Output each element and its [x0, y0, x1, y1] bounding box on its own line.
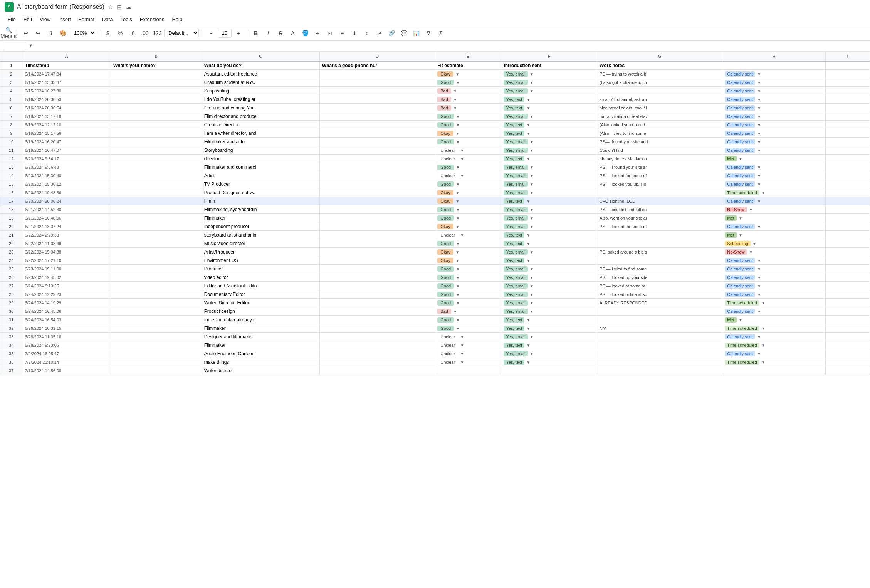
cell-notes[interactable] [597, 231, 722, 239]
chart-btn[interactable]: 📊 [411, 28, 422, 39]
cell-name[interactable] [111, 349, 202, 358]
cell-status[interactable]: Time scheduled ▼ [722, 299, 826, 307]
cell-intro[interactable]: Yes, text ▼ [501, 129, 597, 138]
cell-intro[interactable]: Yes, email ▼ [501, 299, 597, 307]
cell-name[interactable] [111, 290, 202, 299]
cell-timestamp[interactable]: 6/19/2024 16:20:47 [22, 138, 111, 146]
cell-phone[interactable] [319, 239, 435, 248]
cell-name[interactable] [111, 95, 202, 104]
cell-timestamp[interactable]: 6/23/2024 19:11:00 [22, 265, 111, 273]
cell-status[interactable]: Calendly sent ▼ [722, 282, 826, 290]
cell-intro[interactable]: Yes, text ▼ [501, 95, 597, 104]
cell-role[interactable]: video editor [202, 273, 319, 282]
cell-status[interactable]: Time scheduled ▼ [722, 324, 826, 333]
cell-status[interactable]: Time scheduled ▼ [722, 358, 826, 366]
cell-timestamp[interactable]: 6/19/2024 16:47:07 [22, 146, 111, 155]
cell-role[interactable]: Filmmaker [202, 324, 319, 333]
table-row[interactable]: 8 6/19/2024 12:12:10 Creative Director G… [0, 121, 870, 129]
cell-name[interactable] [111, 197, 202, 205]
cell-fit[interactable]: Unclear ▼ [435, 171, 501, 180]
cell-notes[interactable]: already done / Maldacion [597, 155, 722, 163]
cell-fit[interactable]: Bad ▼ [435, 87, 501, 95]
cell-timestamp[interactable]: 6/20/2024 9:56:48 [22, 163, 111, 171]
cell-status[interactable]: Calendly sent ▼ [722, 307, 826, 316]
cell-notes[interactable] [597, 87, 722, 95]
cell-role[interactable]: Filmmaker [202, 341, 319, 349]
valign-btn[interactable]: ⬍ [349, 28, 360, 39]
cell-i[interactable] [826, 299, 870, 307]
cell-fit[interactable]: Bad ▼ [435, 307, 501, 316]
menu-extensions[interactable]: Extensions [137, 15, 168, 24]
cell-fit[interactable]: Okay ▼ [435, 197, 501, 205]
cell-timestamp[interactable]: 6/24/2024 16:45:06 [22, 307, 111, 316]
cell-fit[interactable]: Unclear ▼ [435, 333, 501, 341]
cell-i[interactable] [826, 231, 870, 239]
cell-notes[interactable] [597, 341, 722, 349]
cell-notes[interactable]: PS — looked you up, I lo [597, 180, 722, 188]
header-intro[interactable]: Introduction sent [501, 61, 597, 70]
cell-role[interactable]: Assistant editor, freelance [202, 70, 319, 78]
col-header-g[interactable]: G [597, 52, 722, 61]
text-rotate-btn[interactable]: ↗ [374, 28, 385, 39]
table-row[interactable]: 16 6/20/2024 19:48:36 Product Designer, … [0, 188, 870, 197]
table-row[interactable]: 10 6/19/2024 16:20:47 Filmmaker and acto… [0, 138, 870, 146]
cell-fit[interactable]: Okay ▼ [435, 188, 501, 197]
col-header-c[interactable]: C [202, 52, 319, 61]
cell-fit[interactable]: Okay ▼ [435, 222, 501, 231]
menu-tools[interactable]: Tools [117, 15, 135, 24]
cell-fit[interactable]: Good ▼ [435, 214, 501, 222]
cell-timestamp[interactable]: 6/15/2024 13:33:47 [22, 78, 111, 87]
cell-notes[interactable]: (Also—tried to find some [597, 129, 722, 138]
header-i[interactable] [826, 61, 870, 70]
cell-notes[interactable]: PS — I found your site ar [597, 163, 722, 171]
cell-name[interactable] [111, 256, 202, 265]
cell-role[interactable]: Documentary Editor [202, 290, 319, 299]
cell-role[interactable]: Grad film student at NYU [202, 78, 319, 87]
strikethrough-btn[interactable]: S [275, 28, 286, 39]
cell-role[interactable]: I am a writer director, and [202, 129, 319, 138]
cloud-icon[interactable]: ☁ [126, 3, 132, 11]
cell-fit[interactable]: Unclear ▼ [435, 155, 501, 163]
cell-status[interactable]: Calendly sent ▼ [722, 163, 826, 171]
cell-timestamp[interactable]: 6/15/2024 16:27:30 [22, 87, 111, 95]
cell-name[interactable] [111, 299, 202, 307]
cell-fit[interactable]: Good ▼ [435, 324, 501, 333]
zoom-select[interactable]: 100% [70, 29, 96, 37]
col-header-f[interactable]: F [501, 52, 597, 61]
cell-i[interactable] [826, 273, 870, 282]
cell-notes[interactable]: UFO sighting, LOL [597, 197, 722, 205]
header-fit[interactable]: Fit estimate [435, 61, 501, 70]
cell-notes[interactable] [597, 307, 722, 316]
cell-timestamp[interactable]: 6/16/2024 20:36:53 [22, 95, 111, 104]
cell-fit[interactable]: Good ▼ [435, 265, 501, 273]
cell-role[interactable]: Indie filmmaker already u [202, 316, 319, 324]
spreadsheet-container[interactable]: A B C D E F G H I 1 Timestamp What's you… [0, 52, 870, 586]
cell-notes[interactable]: PS — couldn't find full cu [597, 205, 722, 214]
italic-btn[interactable]: I [263, 28, 274, 39]
cell-fit[interactable]: Good ▼ [435, 290, 501, 299]
cell-role[interactable]: Writer, Director, Editor [202, 299, 319, 307]
cell-notes[interactable] [597, 239, 722, 248]
cell-intro[interactable]: Yes, email ▼ [501, 222, 597, 231]
cell-role[interactable]: Designer and filmmaker [202, 333, 319, 341]
cell-i[interactable] [826, 171, 870, 180]
table-row[interactable]: 26 6/23/2024 19:45:02 video editor Good … [0, 273, 870, 282]
cell-role[interactable]: Product Designer, softwa [202, 188, 319, 197]
table-row[interactable]: 35 7/2/2024 16:25:47 Audio Engineer, Car… [0, 349, 870, 358]
cell-name[interactable] [111, 121, 202, 129]
cell-intro[interactable]: Yes, email ▼ [501, 188, 597, 197]
cell-phone[interactable] [319, 341, 435, 349]
cell-name[interactable] [111, 163, 202, 171]
cell-notes[interactable]: Couldn't find [597, 146, 722, 155]
cell-timestamp[interactable]: 6/20/2024 9:34:17 [22, 155, 111, 163]
cell-notes[interactable]: PS—I found your site and [597, 138, 722, 146]
cell-phone[interactable] [319, 358, 435, 366]
cell-timestamp[interactable]: 6/21/2024 14:52:30 [22, 205, 111, 214]
cell-status[interactable]: Calendly sent ▼ [722, 256, 826, 265]
formula-input[interactable] [35, 42, 867, 50]
table-row[interactable]: 28 6/24/2024 12:29:23 Documentary Editor… [0, 290, 870, 299]
table-row[interactable]: 34 6/28/2024 9:23:05 Filmmaker Unclear ▼… [0, 341, 870, 349]
cell-fit[interactable]: Good ▼ [435, 180, 501, 188]
cell-fit[interactable]: Unclear ▼ [435, 349, 501, 358]
redo-btn[interactable]: ↪ [33, 28, 44, 39]
